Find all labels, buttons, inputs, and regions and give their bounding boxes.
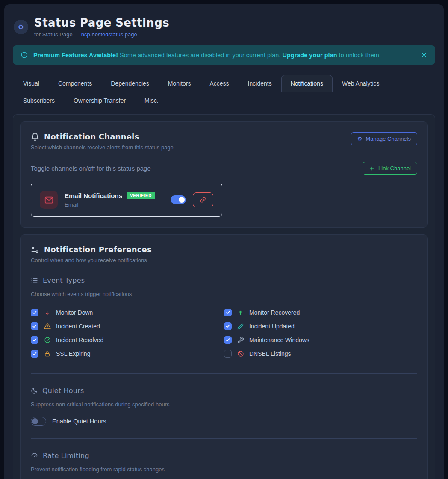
email-channel-card: Email Notifications VERIFIED Email — [31, 183, 222, 217]
check-circle-icon — [44, 337, 51, 343]
rate-limiting-subheading: Prevent notification flooding from rapid… — [31, 466, 417, 473]
preferences-subheading: Control when and how you receive notific… — [31, 257, 417, 263]
event-label: Monitor Recovered — [249, 309, 300, 316]
tab-subscribers[interactable]: Subscribers — [14, 92, 64, 109]
event-monitor-recovered[interactable]: Monitor Recovered — [224, 309, 417, 316]
checkbox[interactable] — [31, 350, 38, 358]
event-label: SSL Expiring — [56, 350, 90, 357]
quiet-hours-toggle[interactable] — [31, 417, 46, 426]
upgrade-plan-link[interactable]: Upgrade your plan — [282, 52, 337, 59]
checkbox[interactable] — [224, 350, 232, 358]
checkbox[interactable] — [31, 309, 38, 316]
preferences-heading: Notification Preferences — [31, 245, 417, 254]
event-label: Incident Resolved — [56, 337, 103, 343]
quiet-hours-heading-text: Quiet Hours — [42, 387, 84, 395]
subtitle-text: for Status Page — — [34, 31, 81, 38]
gear-icon: ⚙ — [357, 136, 363, 142]
event-monitor-down[interactable]: Monitor Down — [31, 309, 224, 316]
link-channel-button[interactable]: Link Channel — [363, 162, 417, 175]
chain-link-icon — [200, 197, 206, 203]
settings-window: ⚙ Status Page Settings for Status Page —… — [4, 4, 444, 479]
event-label: Incident Created — [56, 323, 100, 330]
info-icon — [21, 51, 28, 59]
event-maintenance-windows[interactable]: Maintenance Windows — [224, 336, 417, 344]
channel-name: Email Notifications — [65, 192, 122, 199]
event-label: Incident Updated — [249, 323, 295, 330]
channel-type: Email — [65, 201, 158, 208]
tab-dependencies[interactable]: Dependencies — [101, 75, 159, 92]
divider — [31, 438, 417, 439]
event-ssl-expiring[interactable]: SSL Expiring — [31, 350, 224, 358]
tab-access[interactable]: Access — [200, 75, 238, 92]
bell-icon — [31, 133, 39, 141]
event-types-grid: Monitor Down Incident Created Incident R… — [31, 306, 417, 361]
event-incident-created[interactable]: Incident Created — [31, 322, 224, 330]
banner-suffix: to unlock them. — [337, 52, 381, 59]
tab-monitors[interactable]: Monitors — [159, 75, 200, 92]
banner-title: Premium Features Available! — [33, 52, 118, 59]
page-title: Status Page Settings — [34, 16, 169, 29]
page-header: ⚙ Status Page Settings for Status Page —… — [13, 16, 435, 38]
gauge-icon — [31, 452, 38, 459]
checkbox[interactable] — [224, 336, 232, 344]
envelope-icon — [44, 195, 53, 204]
quiet-hours-heading: Quiet Hours — [31, 387, 417, 395]
no-entry-icon — [237, 350, 244, 357]
divider — [31, 373, 417, 374]
banner-body: Some advanced features are disabled in y… — [118, 52, 282, 59]
event-types-heading: Event Types — [31, 276, 417, 284]
event-label: Maintenance Windows — [249, 337, 309, 343]
checkbox[interactable] — [224, 309, 232, 316]
rate-limiting-heading-text: Rate Limiting — [43, 452, 89, 460]
link-channel-label: Link Channel — [378, 165, 411, 171]
gear-icon: ⚙ — [18, 23, 24, 31]
tab-components[interactable]: Components — [49, 75, 101, 92]
event-types-subheading: Choose which events trigger notification… — [31, 291, 417, 297]
close-icon[interactable] — [421, 52, 427, 59]
tab-notifications[interactable]: Notifications — [281, 75, 333, 92]
verified-badge: VERIFIED — [127, 192, 155, 199]
notification-preferences-card: Notification Preferences Control when an… — [20, 234, 428, 479]
checkbox[interactable] — [31, 336, 38, 344]
arrow-up-icon — [237, 310, 244, 316]
tab-ownership-transfer[interactable]: Ownership Transfer — [64, 92, 135, 109]
premium-banner: Premium Features Available! Some advance… — [13, 45, 435, 65]
pencil-icon — [237, 323, 244, 330]
tools-icon — [237, 337, 244, 343]
preferences-heading-text: Notification Preferences — [44, 245, 152, 254]
sliders-icon — [31, 245, 39, 254]
tab-web-analytics[interactable]: Web Analytics — [333, 75, 389, 92]
banner-text: Premium Features Available! Some advance… — [33, 52, 381, 59]
event-dnsbl-listings[interactable]: DNSBL Listings — [224, 350, 417, 358]
email-channel-toggle[interactable] — [171, 195, 186, 204]
settings-tabs: Visual Components Dependencies Monitors … — [13, 75, 435, 109]
event-incident-resolved[interactable]: Incident Resolved — [31, 336, 224, 344]
event-types-heading-text: Event Types — [43, 276, 85, 284]
channels-heading: Notification Channels — [31, 132, 174, 141]
arrow-down-icon — [44, 310, 51, 316]
checkbox[interactable] — [224, 322, 232, 330]
toggle-knob — [179, 197, 185, 203]
quiet-hours-subheading: Suppress non-critical notifications duri… — [31, 401, 417, 408]
notification-channels-card: Notification Channels Select which chann… — [20, 121, 428, 228]
toggle-knob — [32, 418, 38, 424]
page-subtitle: for Status Page — hsp.hostedstatus.page — [34, 31, 169, 38]
quiet-hours-toggle-label: Enable Quiet Hours — [52, 418, 106, 425]
tab-incidents[interactable]: Incidents — [239, 75, 281, 92]
manage-channels-label: Manage Channels — [365, 136, 411, 142]
lock-icon — [44, 351, 51, 357]
tab-visual[interactable]: Visual — [14, 75, 49, 92]
manage-channels-button[interactable]: ⚙ Manage Channels — [351, 132, 417, 145]
tab-misc[interactable]: Misc. — [135, 92, 168, 109]
event-label: DNSBL Listings — [249, 350, 291, 357]
toggle-channels-hint: Toggle channels on/off for this status p… — [31, 165, 151, 172]
plus-icon — [369, 166, 375, 171]
event-label: Monitor Down — [56, 309, 93, 316]
channel-link-button[interactable] — [193, 192, 213, 207]
event-incident-updated[interactable]: Incident Updated — [224, 322, 417, 330]
list-icon — [31, 277, 38, 284]
notifications-panel: Notification Channels Select which chann… — [13, 114, 435, 479]
checkbox[interactable] — [31, 322, 38, 330]
status-page-link[interactable]: hsp.hostedstatus.page — [81, 31, 137, 38]
settings-avatar: ⚙ — [14, 20, 28, 34]
